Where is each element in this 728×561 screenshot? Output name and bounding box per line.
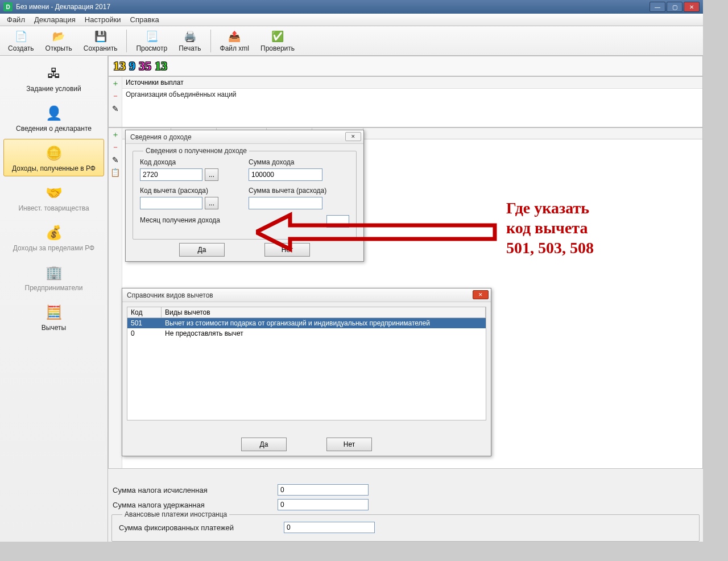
save-button[interactable]: 💾Сохранить — [79, 27, 122, 55]
preview-button[interactable]: 📃Просмотр — [131, 27, 172, 55]
legend-advance: Авансовые платежи иностранца — [122, 510, 229, 518]
menu-declaration[interactable]: Декларация — [30, 14, 80, 25]
rate-tab-13[interactable]: 13 — [113, 59, 126, 73]
print-icon: 🖨️ — [183, 30, 197, 43]
label-tax-held: Сумма налога удержанная — [113, 501, 278, 509]
input-tax-calculated[interactable] — [278, 484, 369, 496]
input-deduction-code[interactable] — [140, 197, 202, 209]
edit-source-button[interactable]: ✎ — [111, 104, 120, 113]
toolbar-separator — [126, 30, 127, 52]
application-window: D Без имени - Декларация 2017 — ▢ ✕ Файл… — [0, 0, 703, 542]
input-income-code[interactable] — [140, 168, 202, 181]
col-code: Код — [127, 307, 162, 317]
check-icon: ✅ — [271, 30, 284, 43]
toolbar-separator — [210, 30, 211, 52]
rate-tab-13b[interactable]: 13 — [155, 59, 167, 73]
svg-marker-0 — [256, 215, 495, 249]
menu-settings[interactable]: Настройки — [80, 14, 126, 25]
cell-code: 0 — [127, 329, 162, 338]
dialog-title: Сведения о доходе ✕ — [126, 130, 363, 144]
moneybag-icon: 💰 — [44, 222, 64, 243]
dialog-deduction-directory: Справочник видов вычетов ✕ Код Виды выче… — [122, 288, 491, 456]
input-income-sum[interactable] — [249, 168, 322, 181]
directory-no-button[interactable]: Нет — [326, 438, 372, 451]
minimize-button[interactable]: — — [650, 2, 665, 12]
titlebar: D Без имени - Декларация 2017 — ▢ ✕ — [0, 0, 703, 14]
app-icon: D — [3, 2, 13, 11]
sources-toolbar: ＋ － ✎ — [109, 77, 122, 127]
directory-title-text: Справочник видов вычетов — [127, 291, 213, 299]
source-row[interactable]: Организация объединённых наций — [122, 89, 702, 100]
partnership-icon: 🤝 — [44, 183, 64, 203]
label-deduction-code: Код вычета (расхода) — [140, 187, 241, 195]
annotation-text: Где указать код вычета 501, 503, 508 — [506, 198, 594, 258]
sidebar-item-task[interactable]: 🖧Задание условий — [3, 59, 104, 97]
filexml-button[interactable]: 📤Файл xml — [216, 27, 254, 55]
row-fixed-payments: Сумма фиксированных платежей — [119, 522, 692, 533]
directory-yes-button[interactable]: Да — [241, 438, 287, 451]
sidebar-item-entrepreneurs[interactable]: 🏢Предприниматели — [3, 258, 104, 296]
rate-tab-35[interactable]: 35 — [139, 59, 151, 73]
copy-income-button[interactable]: 📋 — [111, 168, 120, 177]
add-source-button[interactable]: ＋ — [111, 79, 120, 88]
sidebar-item-invest[interactable]: 🤝Инвест. товарищества — [3, 179, 104, 216]
dialog-close-button[interactable]: ✕ — [345, 132, 361, 141]
label-tax-calculated: Сумма налога исчисленная — [113, 486, 278, 494]
label-deduction-sum: Сумма вычета (расхода) — [249, 187, 349, 195]
label-fixed: Сумма фиксированных платежей — [119, 523, 284, 532]
create-button[interactable]: 📄Создать — [3, 27, 39, 55]
print-button[interactable]: 🖨️Печать — [174, 27, 205, 55]
sources-list: Источники выплат Организация объединённы… — [122, 77, 702, 127]
menu-help[interactable]: Справка — [126, 14, 164, 25]
label-income-sum: Сумма дохода — [249, 158, 349, 166]
toolbar: 📄Создать 📂Открыть 💾Сохранить 📃Просмотр 🖨… — [0, 26, 703, 56]
floppy-icon: 💾 — [94, 30, 107, 43]
remove-income-button[interactable]: － — [111, 143, 120, 152]
input-tax-held[interactable] — [278, 499, 369, 510]
income-toolbar: ＋ － ✎ 📋 — [109, 128, 122, 468]
annotation-arrow-icon — [256, 209, 506, 255]
table-row[interactable]: 501 Вычет из стоимости подарка от органи… — [127, 318, 486, 328]
cell-name: Не предоставлять вычет — [162, 329, 247, 338]
col-name: Виды вычетов — [162, 307, 486, 317]
sources-panel: ＋ － ✎ Источники выплат Организация объед… — [108, 76, 703, 127]
business-icon: 🏢 — [44, 262, 64, 283]
window-title: Без имени - Декларация 2017 — [16, 3, 110, 11]
main-area: 13 9 35 13 ＋ － ✎ Источники выплат Органи… — [108, 56, 703, 542]
preview-icon: 📃 — [145, 30, 159, 43]
sources-header: Источники выплат — [122, 77, 702, 89]
network-icon: 🖧 — [44, 63, 64, 84]
directory-close-button[interactable]: ✕ — [473, 290, 489, 299]
sidebar-item-income-rf[interactable]: 🪙Доходы, полученные в РФ — [3, 139, 104, 176]
menu-file[interactable]: Файл — [2, 14, 30, 25]
row-tax-calculated: Сумма налога исчисленная — [108, 482, 703, 497]
calculator-icon: 🧮 — [44, 302, 64, 323]
sidebar-item-foreign[interactable]: 💰Доходы за пределами РФ — [3, 218, 104, 256]
dialog-title-text: Сведения о доходе — [130, 133, 192, 141]
coins-icon: 🪙 — [44, 143, 64, 163]
input-fixed[interactable] — [284, 522, 375, 533]
sidebar-item-deductions[interactable]: 🧮Вычеты — [3, 298, 104, 336]
bottom-section: Сумма налога исчисленная Сумма налога уд… — [108, 482, 703, 542]
add-income-button[interactable]: ＋ — [111, 130, 120, 139]
close-button[interactable]: ✕ — [684, 2, 700, 12]
browse-deduction-code-button[interactable]: ... — [205, 197, 218, 209]
income-yes-button[interactable]: Да — [179, 243, 225, 257]
rate-tabs: 13 9 35 13 — [108, 56, 703, 76]
new-file-icon: 📄 — [14, 30, 28, 43]
browse-income-code-button[interactable]: ... — [205, 168, 218, 181]
label-income-code: Код дохода — [140, 158, 241, 166]
open-button[interactable]: 📂Открыть — [41, 27, 77, 55]
group-advance: Авансовые платежи иностранца Сумма фикси… — [111, 514, 700, 542]
rate-tab-9[interactable]: 9 — [129, 59, 135, 73]
remove-source-button[interactable]: － — [111, 92, 120, 101]
table-row[interactable]: 0 Не предоставлять вычет — [127, 328, 486, 339]
cell-name: Вычет из стоимости подарка от организаци… — [162, 319, 433, 328]
edit-income-button[interactable]: ✎ — [111, 155, 120, 164]
input-deduction-sum[interactable] — [249, 197, 322, 209]
directory-title: Справочник видов вычетов ✕ — [122, 288, 491, 302]
person-icon: 👤 — [44, 103, 64, 123]
sidebar-item-declarant[interactable]: 👤Сведения о декларанте — [3, 99, 104, 137]
maximize-button[interactable]: ▢ — [667, 2, 682, 12]
check-button[interactable]: ✅Проверить — [256, 27, 299, 55]
